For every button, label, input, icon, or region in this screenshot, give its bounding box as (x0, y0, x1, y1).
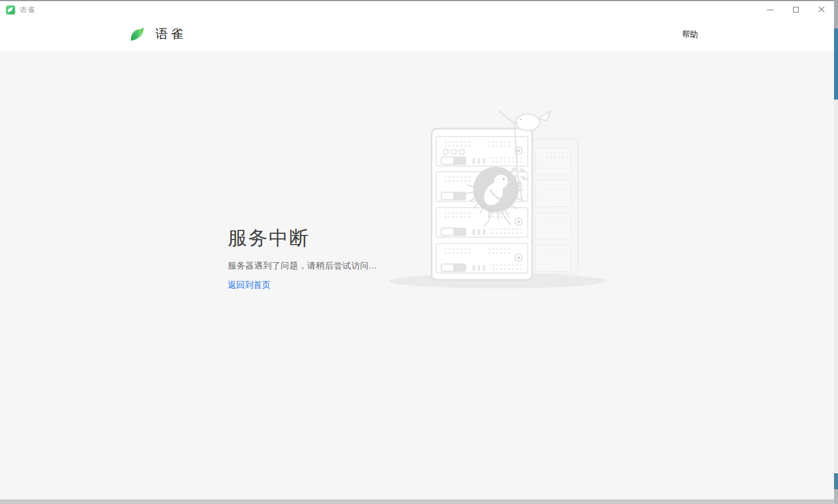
titlebar-title: 语雀 (20, 5, 36, 15)
back-home-link[interactable]: 返回到首页 (228, 280, 270, 291)
close-button[interactable] (808, 1, 834, 18)
error-message: 服务器遇到了问题，请稍后尝试访问... (228, 261, 377, 271)
server-rack-illustration (379, 104, 612, 291)
maximize-icon (793, 7, 799, 13)
error-title: 服务中断 (228, 226, 377, 250)
content-area: 服务中断 服务器遇到了问题，请稍后尝试访问... 返回到首页 (0, 53, 834, 501)
app-header: 语雀 帮助 (0, 18, 834, 52)
brand[interactable]: 语雀 (128, 24, 186, 44)
help-link[interactable]: 帮助 (682, 30, 698, 40)
desktop-edge (0, 499, 835, 504)
perched-bird-icon (513, 111, 551, 131)
yuque-logo-icon (128, 24, 147, 44)
desktop-edge (834, 473, 838, 489)
desktop-edge (834, 28, 838, 100)
brand-name: 语雀 (155, 26, 186, 43)
close-icon (818, 6, 825, 13)
app-window: 语雀 (0, 0, 835, 500)
desktop-edge (834, 0, 838, 28)
window-controls (757, 1, 834, 18)
maximize-button[interactable] (783, 1, 808, 18)
titlebar[interactable]: 语雀 (0, 1, 834, 18)
minimize-icon (767, 10, 774, 10)
back-server-rack (532, 139, 578, 274)
error-block: 服务中断 服务器遇到了问题，请稍后尝试访问... 返回到首页 (228, 226, 377, 291)
app-icon (6, 5, 15, 15)
desktop-edge (834, 100, 838, 473)
desktop-edge (834, 489, 838, 504)
minimize-button[interactable] (757, 1, 783, 18)
